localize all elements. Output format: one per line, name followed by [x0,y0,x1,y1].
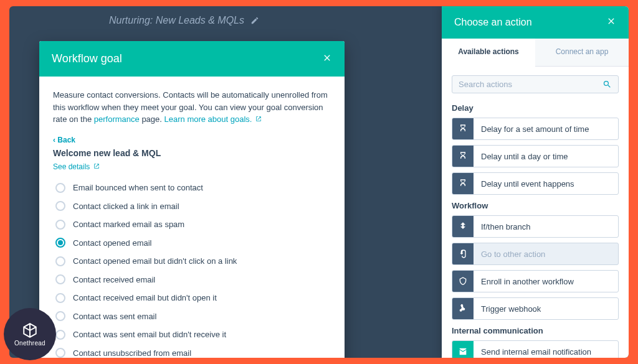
goal-name: Welcome new lead & MQL [53,147,331,160]
modal-intro: Measure contact conversions. Contacts wi… [53,89,331,126]
radio-label: Contact opened email [73,237,151,250]
close-icon[interactable] [606,16,616,29]
action-item[interactable]: Send internal email notification [452,340,619,358]
action-item[interactable]: Delay until event happens [452,172,619,195]
radio-label: Contact clicked a link in email [73,200,179,213]
modal-title: Workflow goal [52,52,122,65]
external-link-icon [93,161,100,167]
radio-option[interactable]: Contact was sent email [55,307,331,326]
radio-icon [55,348,65,358]
radio-option[interactable]: Contact opened email but didn't click on… [55,252,331,271]
search-input[interactable] [459,80,602,89]
see-details-text: See details [53,162,90,171]
learn-more-link[interactable]: Learn more about goals. [164,114,262,124]
category-title: Delay [452,103,619,113]
radio-label: Contact was sent email [73,310,156,323]
panel-header: Choose an action [442,6,629,39]
radio-icon [55,238,65,248]
radio-icon [55,311,65,321]
radio-label: Contact opened email but didn't click on… [73,255,237,268]
action-item[interactable]: Delay until a day or time [452,145,619,167]
hourglass-icon [452,118,474,139]
choose-action-panel: Choose an action Available actions Conne… [442,6,629,358]
action-label: Go to other action [474,250,553,259]
radio-label: Contact received email but didn't open i… [73,292,217,304]
radio-icon [55,201,65,211]
webhook-icon [452,298,474,319]
radio-option[interactable]: Contact unsubscribed from email [55,344,331,358]
hourglass-icon [452,146,474,167]
radio-option[interactable]: Email bounced when sent to contact [55,179,331,197]
action-item[interactable]: Enroll in another workflow [452,270,619,292]
radio-label: Contact marked email as spam [73,218,184,231]
radio-label: Contact received email [73,274,155,286]
tab-available-actions[interactable]: Available actions [442,39,535,67]
see-details-link[interactable]: See details [53,161,100,172]
category-title: Internal communication [452,326,619,335]
radio-icon [55,293,65,303]
action-item[interactable]: If/then branch [452,215,619,238]
action-label: Delay until event happens [474,179,582,189]
mail-icon [452,341,474,358]
hourglass-icon [452,173,474,194]
radio-option[interactable]: Contact was sent email but didn't receiv… [55,325,331,344]
close-icon[interactable] [322,53,332,65]
radio-icon [55,330,65,340]
onethread-badge: Onethread [4,308,56,360]
action-label: Delay until a day or time [474,152,575,161]
radio-option[interactable]: Contact received email but didn't open i… [55,289,331,307]
radio-icon [55,274,65,284]
radio-label: Contact was sent email but didn't receiv… [73,329,226,341]
edit-icon[interactable] [250,16,259,25]
search-icon[interactable] [602,80,612,89]
radio-option[interactable]: Contact opened email [55,234,331,253]
radio-option[interactable]: Contact clicked a link in email [55,197,331,216]
action-item: Go to other action [452,243,619,265]
external-link-icon [255,113,262,119]
branch-icon [452,216,474,237]
onethread-cube-icon [22,322,38,338]
tab-connect-app[interactable]: Connect an app [535,39,629,66]
search-actions-row [452,75,619,93]
learn-more-text: Learn more about goals. [164,114,252,124]
panel-title: Choose an action [454,17,532,28]
panel-tabs: Available actions Connect an app [442,39,629,67]
back-link[interactable]: ‹ Back [53,134,331,146]
action-label: Trigger webhook [474,304,548,314]
workflow-goal-modal: Workflow goal Measure contact conversion… [39,41,345,358]
action-label: Delay for a set amount of time [474,124,596,134]
goal-radio-list: Email bounced when sent to contactContac… [53,179,331,358]
action-label: Enroll in another workflow [474,277,581,286]
action-item[interactable]: Delay for a set amount of time [452,118,619,140]
modal-header: Workflow goal [39,41,345,77]
action-item[interactable]: Trigger webhook [452,297,619,320]
action-label: Send internal email notification [474,347,599,357]
radio-label: Email bounced when sent to contact [73,182,203,194]
radio-icon [55,256,65,266]
radio-icon [55,183,65,193]
page-title: Nurturing: New Leads & MQLs [109,15,244,26]
radio-label: Contact unsubscribed from email [73,347,191,358]
category-title: Workflow [452,201,619,210]
performance-link[interactable]: performance [94,114,140,124]
radio-option[interactable]: Contact marked email as spam [55,215,331,234]
intro-text-2: page. [140,114,164,124]
radio-option[interactable]: Contact received email [55,271,331,289]
enroll-icon [452,271,474,292]
radio-icon [55,220,65,230]
goto-icon [452,243,474,264]
onethread-label: Onethread [14,340,45,347]
action-label: If/then branch [474,222,538,231]
